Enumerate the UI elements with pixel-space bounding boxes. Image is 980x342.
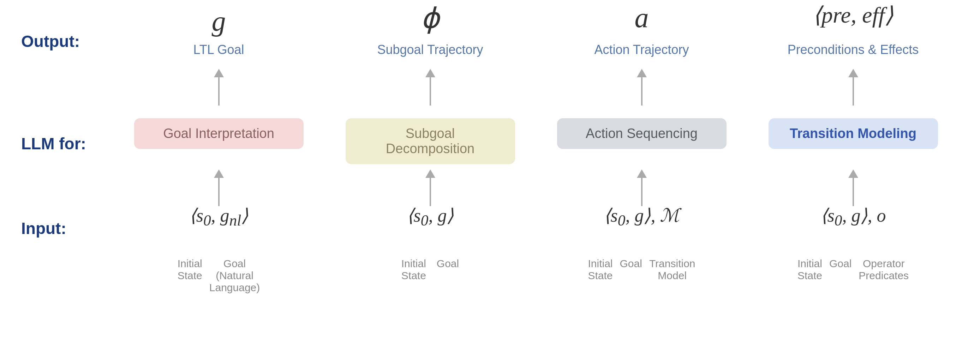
shaft-top-3 (641, 77, 643, 105)
sublabel-initial-state-3: InitialState (588, 258, 612, 282)
arrowhead-bottom-3 (637, 169, 647, 178)
arrow-top-4 (848, 69, 858, 105)
arrowhead-bottom-2 (425, 169, 435, 178)
output-symbol-3: a ̅ (635, 2, 649, 34)
llm-box-2: Subgoal Decomposition (345, 118, 515, 164)
input-label: Input: (21, 219, 66, 238)
arrowhead-top-3 (637, 69, 647, 77)
output-label: Output: (21, 32, 80, 51)
output-symbol-2: ϕ ̅ (421, 2, 439, 35)
output-label-2: Subgoal Trajectory (360, 42, 501, 57)
arrow-top-3 (637, 69, 647, 105)
shaft-top-2 (430, 77, 431, 105)
sublabels-1: InitialState Goal(NaturalLanguage) (130, 258, 307, 294)
sublabel-goal-4: Goal (829, 258, 851, 282)
page-container: Output: LLM for: Input: g LTL Goal Goal … (0, 0, 980, 342)
sublabel-goal-nl: Goal(NaturalLanguage) (209, 258, 260, 294)
arrowhead-top-4 (848, 69, 858, 77)
arrow-bottom-3 (637, 169, 647, 206)
column-goal-interpretation: g LTL Goal Goal Interpretation ⟨s0, gnl⟩ (113, 0, 325, 342)
output-label-1: LTL Goal (148, 42, 290, 57)
sublabel-initial-state-4: InitialState (797, 258, 822, 282)
llm-for-label: LLM for: (21, 134, 86, 153)
sublabel-operator-predicates: OperatorPredicates (859, 258, 909, 282)
sublabel-initial-state-1: InitialState (178, 258, 202, 294)
arrow-top-1 (214, 69, 224, 105)
input-symbol-4: ⟨s0, g⟩, o (783, 205, 924, 229)
columns-container: g LTL Goal Goal Interpretation ⟨s0, gnl⟩ (113, 0, 959, 342)
sublabels-2: InitialState Goal (342, 258, 519, 282)
llm-box-4: Transition Modeling (768, 118, 938, 149)
sublabel-goal-3: Goal (620, 258, 642, 282)
sublabels-3: InitialState Goal TransitionModel (554, 258, 730, 282)
arrowhead-top-1 (214, 69, 224, 77)
output-label-3: Action Trajectory (571, 42, 713, 57)
output-symbol-4: ⟨pre, eff⟩ (813, 2, 894, 28)
input-symbol-1: ⟨s0, gnl⟩ (148, 205, 290, 229)
shaft-bottom-4 (853, 178, 854, 206)
input-symbol-3: ⟨s0, g⟩, ℳ (571, 205, 713, 229)
shaft-bottom-2 (430, 178, 431, 206)
sublabels-4: InitialState Goal OperatorPredicates (765, 258, 942, 282)
output-symbol-1: g (212, 5, 226, 37)
shaft-bottom-3 (641, 178, 643, 206)
column-transition-modeling: ⟨pre, eff⟩ Preconditions & Effects Trans… (747, 0, 959, 342)
shaft-top-4 (853, 77, 854, 105)
arrowhead-top-2 (425, 69, 435, 77)
llm-box-3: Action Sequencing (557, 118, 727, 149)
arrow-bottom-4 (848, 169, 858, 206)
arrow-top-2 (425, 69, 435, 105)
shaft-bottom-1 (218, 178, 220, 206)
sublabel-initial-state-2: InitialState (401, 258, 426, 282)
llm-box-1: Goal Interpretation (134, 118, 304, 149)
input-symbol-2: ⟨s0, g⟩ (360, 205, 501, 229)
arrow-bottom-2 (425, 169, 435, 206)
column-action-sequencing: a ̅ Action Trajectory Action Sequencing … (536, 0, 747, 342)
arrowhead-bottom-4 (848, 169, 858, 178)
arrowhead-bottom-1 (214, 169, 224, 178)
shaft-top-1 (218, 77, 220, 105)
column-subgoal-decomposition: ϕ ̅ Subgoal Trajectory Subgoal Decomposi… (325, 0, 536, 342)
sublabel-goal-2: Goal (437, 258, 459, 282)
arrow-bottom-1 (214, 169, 224, 206)
sublabel-transition-model-3: TransitionModel (649, 258, 695, 282)
output-label-4: Preconditions & Effects (783, 42, 924, 57)
